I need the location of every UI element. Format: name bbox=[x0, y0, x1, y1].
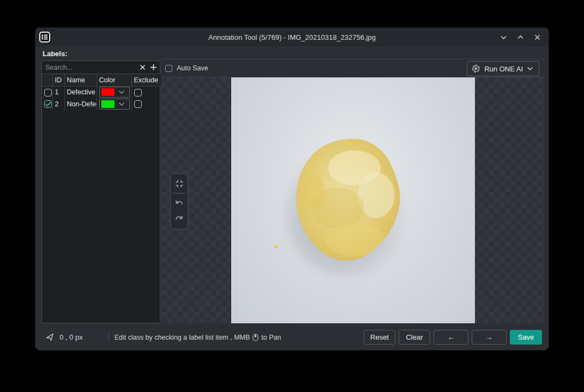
close-icon[interactable] bbox=[531, 31, 543, 43]
cursor-coords: 0 , 0 px bbox=[46, 333, 83, 341]
label-search-row bbox=[42, 61, 160, 74]
palette-divider bbox=[173, 193, 185, 194]
label-row-defective: 1 Defective bbox=[42, 86, 161, 98]
maximize-icon[interactable] bbox=[514, 31, 526, 43]
color-dropdown[interactable] bbox=[99, 99, 130, 110]
auto-save-checkbox[interactable] bbox=[165, 65, 172, 72]
image-photo[interactable] bbox=[231, 77, 475, 323]
label-row-non-defective: 2 Non-Defective bbox=[42, 98, 161, 110]
search-input[interactable] bbox=[42, 61, 137, 74]
color-dropdown[interactable] bbox=[99, 87, 130, 98]
add-label-icon[interactable] bbox=[148, 62, 159, 73]
clear-button[interactable]: Clear bbox=[399, 330, 430, 345]
col-exclude: Exclude bbox=[131, 74, 161, 86]
coords-text: 0 , 0 px bbox=[59, 333, 83, 341]
undo-icon[interactable] bbox=[173, 197, 185, 209]
col-select bbox=[42, 74, 52, 86]
select-checkbox[interactable] bbox=[44, 100, 52, 108]
save-button[interactable]: Save bbox=[510, 330, 542, 345]
next-image-button[interactable]: → bbox=[472, 330, 507, 345]
labels-table-header: ID Name Color Exclude bbox=[42, 74, 161, 86]
previous-image-button[interactable]: ← bbox=[434, 330, 468, 345]
labels-heading: Labels: bbox=[43, 50, 68, 58]
hint-text-prefix: Edit class by checking a label list item… bbox=[115, 334, 250, 341]
auto-save-control[interactable]: Auto Save bbox=[165, 64, 208, 72]
color-swatch-red bbox=[101, 88, 115, 96]
middle-mouse-button-icon bbox=[252, 334, 258, 341]
exclude-checkbox[interactable] bbox=[134, 89, 142, 97]
canvas-tool-palette bbox=[170, 173, 188, 230]
label-id: 2 bbox=[52, 98, 64, 110]
chevron-down-icon bbox=[527, 67, 533, 71]
ai-model-icon bbox=[472, 64, 480, 73]
window-controls bbox=[497, 28, 543, 46]
chevron-down-icon bbox=[115, 90, 129, 94]
labels-table: ID Name Color Exclude 1 Defective bbox=[42, 74, 161, 110]
hint-text-suffix: to Pan bbox=[261, 334, 281, 341]
labels-panel: ID Name Color Exclude 1 Defective bbox=[41, 61, 160, 323]
redo-icon[interactable] bbox=[173, 212, 185, 224]
cursor-position-icon bbox=[46, 333, 54, 341]
annotation-tool-window: Annotation Tool (5/769) - IMG_20210318_2… bbox=[35, 27, 549, 351]
label-id: 1 bbox=[52, 86, 64, 98]
exclude-checkbox[interactable] bbox=[134, 100, 142, 108]
color-swatch-green bbox=[101, 100, 115, 108]
workspace: Auto Save Run ONE AI bbox=[161, 59, 544, 323]
status-hint: Edit class by checking a label list item… bbox=[115, 334, 281, 341]
potato-chip-image bbox=[290, 136, 406, 267]
action-buttons: Reset Clear ← → Save bbox=[364, 330, 542, 345]
select-checkbox[interactable] bbox=[44, 89, 52, 97]
col-name: Name bbox=[64, 74, 97, 86]
run-one-ai-button[interactable]: Run ONE AI bbox=[467, 61, 539, 76]
app-logo-icon bbox=[39, 32, 50, 43]
label-name: Defective bbox=[64, 86, 97, 98]
canvas-toolbar: Auto Save Run ONE AI bbox=[161, 59, 544, 77]
auto-save-label: Auto Save bbox=[177, 64, 208, 72]
fit-view-icon[interactable] bbox=[173, 178, 185, 190]
label-name: Non-Defective bbox=[64, 98, 97, 110]
reset-button[interactable]: Reset bbox=[364, 330, 395, 345]
col-color: Color bbox=[97, 74, 131, 86]
status-bar: 0 , 0 px Edit class by checking a label … bbox=[35, 323, 549, 351]
titlebar: Annotation Tool (5/769) - IMG_20210318_2… bbox=[35, 28, 549, 46]
window-title: Annotation Tool (5/769) - IMG_20210318_2… bbox=[35, 33, 549, 41]
clear-search-icon[interactable] bbox=[137, 62, 148, 73]
minimize-icon[interactable] bbox=[497, 31, 509, 43]
run-one-ai-label: Run ONE AI bbox=[484, 65, 523, 73]
chevron-down-icon bbox=[115, 102, 129, 106]
annotation-canvas[interactable] bbox=[161, 77, 544, 323]
col-id: ID bbox=[52, 74, 64, 86]
status-divider bbox=[109, 333, 109, 342]
chip-crumb bbox=[274, 244, 278, 248]
